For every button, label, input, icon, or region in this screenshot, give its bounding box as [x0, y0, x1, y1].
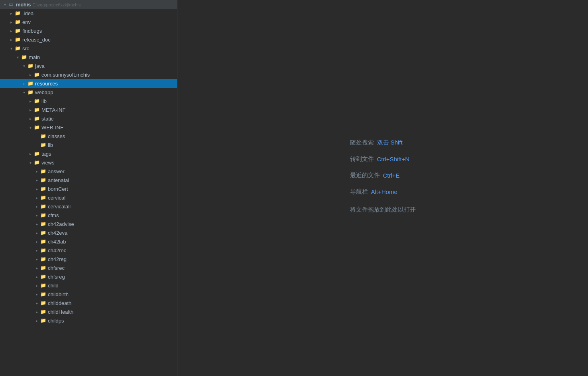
tree-item-label: tags — [41, 151, 51, 157]
tree-item-child[interactable]: ▸📁child — [0, 281, 177, 290]
recent-files-hint: 最近的文件 Ctrl+E — [350, 172, 400, 179]
tree-item-WEB-INF[interactable]: ▾📁WEB-INF — [0, 123, 177, 132]
drop-hint-text: 将文件拖放到此处以打开 — [350, 206, 416, 214]
tree-item-label: child — [48, 283, 59, 289]
tree-item-java[interactable]: ▾📁java — [0, 61, 177, 70]
tree-item-label: ch42advise — [48, 221, 74, 227]
tree-item-label: main — [29, 54, 40, 60]
tree-arrow: ▸ — [8, 36, 14, 43]
tree-item-label: static — [41, 116, 53, 122]
folder-icon: 📁 — [40, 168, 46, 174]
drop-hint-row: 将文件拖放到此处以打开 — [350, 204, 416, 214]
tree-arrow: ▸ — [33, 238, 40, 245]
tree-arrow: ▾ — [8, 45, 14, 51]
tree-item-resources[interactable]: ▸📁resources — [0, 79, 177, 88]
tree-arrow: ▸ — [33, 247, 40, 253]
recent-files-key: Ctrl+E — [383, 172, 400, 179]
goto-file-hint: 转到文件 Ctrl+Shift+N — [350, 155, 410, 163]
tree-item-label: answer — [48, 168, 65, 174]
folder-icon: 📁 — [40, 291, 46, 297]
tree-item-webapp[interactable]: ▾📁webapp — [0, 88, 177, 97]
search-key: 双击 Shift — [377, 139, 403, 146]
tree-item-label: findbugs — [22, 28, 42, 34]
folder-icon: 📁 — [14, 10, 21, 16]
folder-icon: 📁 — [40, 282, 46, 289]
folder-icon: 📁 — [27, 89, 33, 95]
folder-icon: 📁 — [33, 98, 40, 104]
folder-icon: 📁 — [40, 317, 46, 324]
tree-item-label: ch42lab — [48, 239, 66, 245]
folder-icon: 📁 — [14, 19, 21, 25]
folder-icon: 📁 — [33, 107, 40, 113]
tree-arrow: ▸ — [33, 221, 40, 227]
tree-item-childps[interactable]: ▸📁childps — [0, 316, 177, 325]
tree-item-lib2[interactable]: ▸📁lib — [0, 141, 177, 149]
tree-item-src[interactable]: ▾📁src — [0, 44, 177, 53]
folder-icon: 📁 — [40, 142, 46, 148]
tree-item-release_doc[interactable]: ▸📁release_doc — [0, 35, 177, 44]
tree-item-META-INF[interactable]: ▸📁META-INF — [0, 105, 177, 114]
tree-item-env[interactable]: ▸📁env — [0, 18, 177, 26]
tree-arrow: ▸ — [33, 291, 40, 297]
tree-item-com.sunnysoft.mchis[interactable]: ▸📁com.sunnysoft.mchis — [0, 70, 177, 79]
folder-icon: 📁 — [27, 63, 33, 69]
tree-item-bornCert[interactable]: ▸📁bornCert — [0, 184, 177, 193]
folder-icon: 📁 — [40, 203, 46, 210]
folder-icon: 📁 — [40, 238, 46, 245]
tree-arrow: ▸ — [8, 19, 14, 25]
tree-item-idea[interactable]: ▸📁.idea — [0, 9, 177, 18]
search-label: 随处搜索 — [350, 139, 374, 146]
tree-item-label: cfms — [48, 212, 59, 218]
tree-item-views[interactable]: ▾📁views — [0, 158, 177, 167]
tree-arrow: ▸ — [33, 194, 40, 201]
tree-item-label: webapp — [35, 89, 53, 95]
tree-item-cervical[interactable]: ▸📁cervical — [0, 193, 177, 202]
tree-item-label: ch42eva — [48, 230, 67, 236]
tree-arrow: ▸ — [33, 212, 40, 218]
tree-item-label: WEB-INF — [41, 125, 63, 131]
tree-item-antenatal[interactable]: ▸📁antenatal — [0, 176, 177, 184]
folder-icon: 📁 — [40, 177, 46, 183]
folder-icon: 📁 — [27, 80, 33, 87]
tree-item-label: antenatal — [48, 177, 69, 183]
tree-item-ch42lab[interactable]: ▸📁ch42lab — [0, 237, 177, 246]
tree-item-mchis[interactable]: ▾🗂mchis E:\zqg\project\xzkj\mchis — [0, 0, 177, 9]
folder-icon: 📁 — [33, 115, 40, 122]
tree-item-static[interactable]: ▸📁static — [0, 114, 177, 123]
tree-item-cervicalall[interactable]: ▸📁cervicalall — [0, 202, 177, 211]
tree-item-label: lib — [48, 142, 53, 148]
tree-arrow: ▸ — [27, 98, 33, 104]
tree-arrow: ▸ — [8, 10, 14, 16]
tree-item-cfms[interactable]: ▸📁cfms — [0, 211, 177, 220]
folder-icon: 📁 — [40, 230, 46, 236]
tree-item-tags[interactable]: ▸📁tags — [0, 149, 177, 158]
tree-item-main[interactable]: ▾📁main — [0, 53, 177, 61]
folder-icon: 📁 — [40, 221, 46, 227]
tree-item-ch42eva[interactable]: ▸📁ch42eva — [0, 228, 177, 237]
tree-arrow: ▸ — [8, 28, 14, 34]
tree-item-label: childps — [48, 318, 64, 324]
tree-item-childdeath[interactable]: ▸📁childdeath — [0, 299, 177, 307]
folder-icon: 📁 — [40, 265, 46, 271]
tree-item-answer[interactable]: ▸📁answer — [0, 167, 177, 176]
tree-item-label: resources — [35, 81, 58, 87]
tree-arrow: ▸ — [27, 71, 33, 78]
tree-item-classes[interactable]: ▸📁classes — [0, 132, 177, 141]
tree-item-ch42rec[interactable]: ▸📁ch42rec — [0, 246, 177, 255]
tree-item-lib[interactable]: ▸📁lib — [0, 97, 177, 105]
tree-item-label: src — [22, 46, 29, 51]
tree-item-ch42advise[interactable]: ▸📁ch42advise — [0, 220, 177, 228]
file-tree[interactable]: ▾🗂mchis E:\zqg\project\xzkj\mchis▸📁.idea… — [0, 0, 177, 376]
tree-arrow: ▸ — [33, 203, 40, 210]
tree-arrow: ▸ — [27, 150, 33, 157]
navigate-key: Alt+Home — [371, 188, 397, 195]
tree-item-findbugs[interactable]: ▸📁findbugs — [0, 26, 177, 35]
tree-item-chfsreg[interactable]: ▸📁chfsreg — [0, 272, 177, 281]
folder-icon: 📁 — [33, 71, 40, 78]
tree-item-childbirth[interactable]: ▸📁childbirth — [0, 290, 177, 299]
tree-item-childHealth[interactable]: ▸📁childHealth — [0, 307, 177, 316]
tree-item-label: cervicalall — [48, 204, 71, 210]
tree-item-ch42reg[interactable]: ▸📁ch42reg — [0, 255, 177, 263]
tree-item-chfsrec[interactable]: ▸📁chfsrec — [0, 263, 177, 272]
tree-arrow: ▾ — [14, 54, 21, 60]
